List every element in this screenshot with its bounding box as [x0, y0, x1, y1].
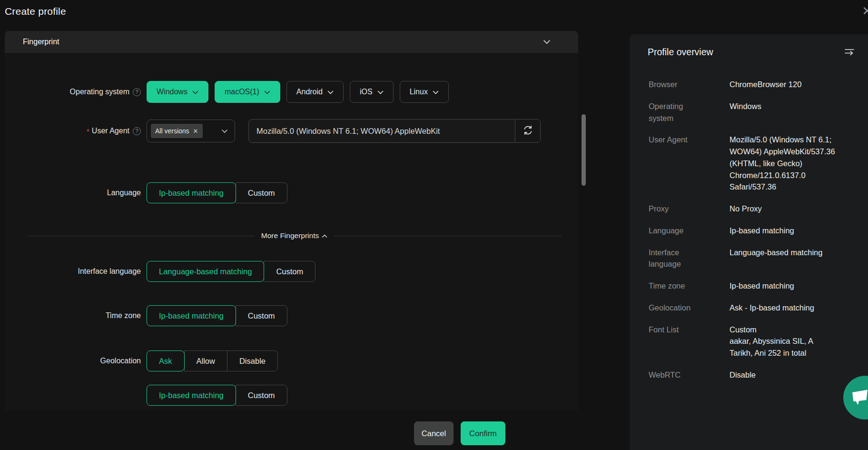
geolocation-label: Geolocation — [100, 357, 141, 365]
language-row: Language Ip-based matching Custom — [5, 182, 578, 203]
interface-language-label: Interface language — [78, 267, 141, 276]
divider-line — [334, 236, 562, 236]
operating-system-label: Operating system — [70, 88, 129, 96]
fingerprint-form: Operating system ? Windows macOS(1) Andr… — [5, 53, 578, 410]
profile-overview-panel: Profile overview Browser ChromeBrowser 1… — [630, 34, 868, 450]
ua-version-select[interactable]: All versions ✕ — [147, 120, 235, 142]
geolocation-row: Geolocation Ask Allow Disable — [5, 350, 578, 371]
language-option-ip-based[interactable]: Ip-based matching — [147, 182, 236, 203]
fingerprint-panel: Fingerprint Operating system ? Windows m… — [5, 31, 578, 410]
os-button-linux[interactable]: Linux — [400, 81, 449, 103]
ua-version-tag: All versions ✕ — [151, 124, 203, 138]
overview-row-user-agent: User Agent Mozilla/5.0 (Windows NT 6.1; … — [649, 134, 868, 193]
os-button-windows[interactable]: Windows — [147, 81, 208, 103]
overview-row-webrtc: WebRTC Disable — [649, 369, 868, 381]
profile-overview-title: Profile overview — [648, 47, 713, 58]
chat-bubble-icon — [849, 387, 868, 409]
chevron-down-icon — [264, 88, 270, 96]
close-icon[interactable]: ✕ — [862, 5, 868, 17]
overview-row-browser: Browser ChromeBrowser 120 — [649, 79, 868, 90]
geolocation-matching-option-ip-based[interactable]: Ip-based matching — [147, 385, 236, 406]
overview-row-interface-language: Interface language Language-based matchi… — [649, 247, 868, 270]
user-agent-input[interactable] — [249, 120, 515, 142]
profile-overview-list: Browser ChromeBrowser 120 Operating syst… — [649, 79, 868, 381]
refresh-button[interactable] — [515, 120, 540, 142]
language-label: Language — [107, 189, 141, 197]
overview-row-language: Language Ip-based matching — [649, 225, 868, 237]
time-zone-row: Time zone Ip-based matching Custom — [5, 305, 578, 326]
overview-row-operating-system: Operating system Windows — [649, 100, 868, 124]
interface-language-segmented: Language-based matching Custom — [147, 261, 316, 282]
os-button-android[interactable]: Android — [286, 81, 344, 103]
required-mark: * — [87, 127, 89, 135]
cancel-button[interactable]: Cancel — [414, 421, 454, 445]
operating-system-row: Operating system ? Windows macOS(1) Andr… — [5, 81, 578, 103]
more-fingerprints-toggle[interactable]: More Fingerprints — [27, 231, 562, 240]
chevron-up-icon — [322, 231, 327, 240]
overview-row-proxy: Proxy No Proxy — [649, 203, 868, 215]
overview-row-font-list: Font List Custom aakar, Abyssinica SIL, … — [649, 324, 868, 359]
os-button-ios[interactable]: iOS — [350, 81, 394, 103]
fingerprint-section-header[interactable]: Fingerprint — [5, 31, 578, 53]
chevron-down-icon — [192, 88, 198, 96]
geolocation-option-disable[interactable]: Disable — [227, 350, 278, 371]
vertical-scrollbar[interactable] — [582, 114, 586, 186]
overview-row-time-zone: Time zone Ip-based matching — [649, 280, 868, 292]
user-agent-row: * User Agent ? All versions ✕ — [5, 119, 578, 143]
time-zone-segmented: Ip-based matching Custom — [147, 305, 287, 326]
modal-footer: Cancel Confirm — [414, 421, 505, 445]
geolocation-option-ask[interactable]: Ask — [147, 350, 185, 371]
geolocation-mode-segmented: Ask Allow Disable — [147, 350, 278, 371]
time-zone-label: Time zone — [106, 311, 141, 320]
time-zone-option-ip-based[interactable]: Ip-based matching — [147, 305, 236, 326]
collapse-panel-icon[interactable] — [844, 48, 855, 56]
interface-language-option-language-based[interactable]: Language-based matching — [147, 261, 264, 282]
os-button-macos[interactable]: macOS(1) — [215, 81, 280, 103]
chevron-down-icon — [327, 88, 334, 96]
geolocation-matching-option-custom[interactable]: Custom — [236, 385, 287, 406]
geolocation-option-allow[interactable]: Allow — [184, 350, 227, 371]
interface-language-option-custom[interactable]: Custom — [264, 261, 316, 282]
refresh-icon — [523, 125, 533, 138]
confirm-button[interactable]: Confirm — [461, 421, 505, 445]
fingerprint-section-title: Fingerprint — [23, 38, 59, 46]
language-segmented: Ip-based matching Custom — [147, 182, 287, 203]
overview-row-geolocation: Geolocation Ask - Ip-based matching — [649, 302, 868, 314]
page-title: Create profile — [5, 6, 66, 17]
time-zone-option-custom[interactable]: Custom — [236, 305, 287, 326]
os-button-group: Windows macOS(1) Android iOS Linux — [147, 81, 449, 103]
user-agent-label: User Agent — [92, 127, 129, 135]
geolocation-matching-row: Ip-based matching Custom — [5, 385, 578, 406]
ua-input-group — [248, 119, 541, 143]
language-option-custom[interactable]: Custom — [236, 182, 287, 203]
chevron-down-icon — [221, 127, 228, 135]
more-fingerprints-label: More Fingerprints — [261, 231, 319, 240]
tag-close-icon[interactable]: ✕ — [193, 128, 198, 135]
help-icon[interactable]: ? — [133, 88, 141, 96]
chevron-down-icon[interactable] — [543, 38, 551, 46]
divider-line — [27, 236, 255, 236]
chevron-down-icon — [433, 88, 439, 96]
interface-language-row: Interface language Language-based matchi… — [5, 261, 578, 282]
geolocation-matching-segmented: Ip-based matching Custom — [147, 385, 287, 406]
chevron-down-icon — [377, 88, 384, 96]
help-icon[interactable]: ? — [133, 127, 141, 135]
